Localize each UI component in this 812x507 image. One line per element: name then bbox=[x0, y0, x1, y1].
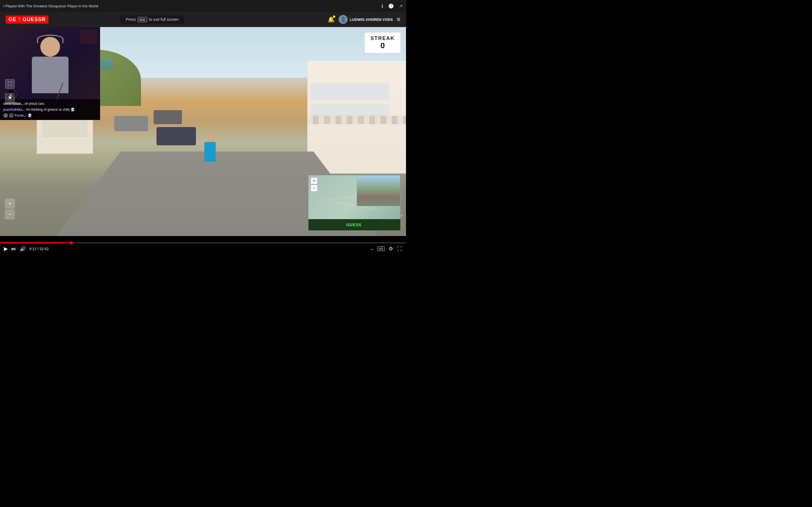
press-label: Press bbox=[126, 17, 136, 22]
chat-icon-square: S bbox=[9, 113, 13, 118]
esc-notice: Press esc to exit full screen bbox=[120, 15, 184, 24]
minimap[interactable]: + − OCEANIA Google Map data GUESS bbox=[308, 175, 401, 231]
fullscreen-button[interactable]: ⛶ bbox=[397, 246, 402, 252]
player-controls: ▶ ⏭ 🔊 9:12 / 52:52 ⌄ HD ⚙ ⛶ bbox=[0, 236, 406, 253]
headphones-icon bbox=[37, 35, 63, 43]
zoom-out-button[interactable]: − bbox=[5, 210, 15, 219]
notification-bell-icon[interactable]: 🔔 bbox=[327, 16, 335, 23]
thumb-scene-bg bbox=[357, 175, 400, 206]
chat-username-3: Foxte... bbox=[15, 114, 27, 117]
geoguessr-logo[interactable]: GE 📍 GUESSR bbox=[6, 15, 49, 24]
user-area: 🔔 👤 LUDWIG AHGREN VODS ≡ bbox=[327, 15, 400, 24]
menu-icon[interactable]: ≡ bbox=[397, 16, 400, 23]
chat-icon-circle: ○ bbox=[3, 113, 8, 118]
streamer-body bbox=[32, 57, 68, 93]
play-button[interactable]: ▶ bbox=[4, 245, 8, 252]
webcam-overlay: centristbar... oh jesus cars juanfrakkka… bbox=[0, 27, 100, 120]
streamer-head bbox=[40, 37, 60, 57]
channel-name: LUDWIG AHGREN VODS bbox=[350, 17, 393, 22]
streetview-fullscreen-button[interactable]: ⛶ bbox=[5, 79, 15, 89]
channel-avatar-area[interactable]: 👤 LUDWIG AHGREN VODS bbox=[339, 15, 393, 24]
share-icon[interactable]: ↗ bbox=[399, 3, 403, 9]
chat-overlay: centristbar... oh jesus cars juanfrakkka… bbox=[0, 99, 100, 120]
scene-car-2 bbox=[154, 110, 182, 124]
progress-bar[interactable] bbox=[0, 242, 406, 243]
right-controls: ⌄ HD ⚙ ⛶ bbox=[370, 245, 402, 252]
streak-badge: STREAK 0 bbox=[364, 32, 401, 54]
scene-person bbox=[203, 134, 217, 171]
scene-car-3 bbox=[156, 127, 196, 145]
chat-line-1: centristbar... oh jesus cars bbox=[3, 101, 97, 106]
video-area: centristbar... oh jesus cars juanfrakkka… bbox=[0, 27, 406, 236]
chat-message-1: oh jesus cars bbox=[24, 102, 45, 106]
info-icon[interactable]: ℹ bbox=[382, 3, 383, 9]
settings-button[interactable]: ⚙ bbox=[389, 245, 393, 252]
time-display: 9:12 / 52:52 bbox=[29, 247, 49, 251]
guess-button-area: GUESS bbox=[308, 219, 400, 230]
chat-line-2: juanfrakkka... i'm thinking of greece or… bbox=[3, 107, 97, 112]
title-bar: I Played With The Greatest Geoguessr Pla… bbox=[0, 0, 406, 12]
chat-username-2: juanfrakkka... bbox=[3, 108, 25, 112]
scene-car-1 bbox=[114, 116, 148, 131]
page-title: I Played With The Greatest Geoguessr Pla… bbox=[3, 4, 98, 8]
minimap-zoom-controls: + − bbox=[311, 177, 317, 191]
zoom-in-button[interactable]: + bbox=[5, 199, 15, 209]
logo-geo: GE bbox=[8, 17, 16, 22]
logo-pin-icon: 📍 bbox=[17, 17, 22, 22]
title-icons: ℹ 🕐 ↗ bbox=[382, 3, 403, 9]
controls-row: ▶ ⏭ 🔊 9:12 / 52:52 ⌄ HD ⚙ ⛶ bbox=[0, 245, 406, 252]
exit-fullscreen-label: to exit full screen bbox=[149, 17, 179, 22]
volume-button[interactable]: 🔊 bbox=[20, 245, 26, 252]
yt-header: GE 📍 GUESSR Press esc to exit full scree… bbox=[0, 12, 406, 27]
chat-skull-icon: 💀 bbox=[28, 114, 32, 117]
map-zoom-out-button[interactable]: − bbox=[311, 185, 317, 191]
esc-key: esc bbox=[138, 17, 147, 22]
map-zoom-in-button[interactable]: + bbox=[311, 177, 317, 184]
chat-message-2: i'm thinking of greece or chile 💀 bbox=[26, 108, 75, 112]
subtitles-dropdown[interactable]: ⌄ bbox=[370, 246, 373, 251]
room-decor bbox=[80, 30, 97, 44]
streak-value: 0 bbox=[370, 41, 395, 50]
ingame-zoom-controls: + − bbox=[5, 199, 15, 219]
next-button[interactable]: ⏭ bbox=[11, 246, 16, 252]
logo-guessr: GUESSR bbox=[22, 17, 46, 22]
streak-label: STREAK bbox=[370, 36, 395, 41]
guess-button[interactable]: GUESS bbox=[346, 223, 361, 227]
progress-filled bbox=[0, 242, 71, 243]
progress-dot bbox=[70, 241, 73, 244]
avatar: 👤 bbox=[339, 15, 348, 24]
minimap-thumbnail bbox=[357, 175, 400, 206]
scene-building-right bbox=[307, 61, 406, 173]
chat-line-3: ○ S Foxte... 💀 bbox=[3, 113, 97, 118]
clock-icon[interactable]: 🕐 bbox=[388, 3, 394, 9]
flag-button[interactable]: ⚑ bbox=[5, 93, 15, 103]
hd-badge: HD bbox=[377, 246, 385, 251]
awning bbox=[307, 116, 406, 124]
